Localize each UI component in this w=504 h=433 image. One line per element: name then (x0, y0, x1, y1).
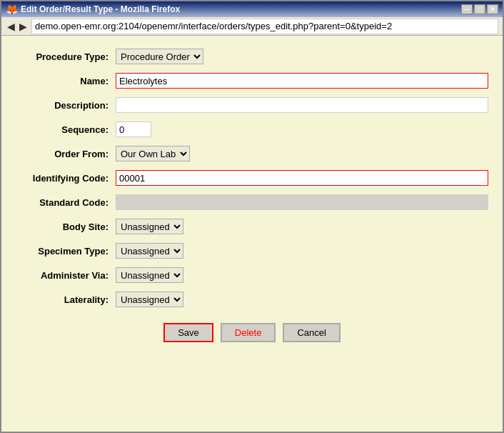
sequence-row: Sequence: (16, 120, 488, 139)
standard-code-row: Standard Code: (16, 193, 488, 211)
standard-code-input[interactable] (116, 194, 488, 210)
forward-button[interactable]: ▶ (18, 21, 29, 32)
description-control (116, 97, 488, 113)
body-site-control: Unassigned (116, 219, 488, 234)
address-field[interactable] (31, 19, 498, 34)
description-label: Description: (16, 100, 116, 111)
procedure-type-select[interactable]: Procedure Order Procedure Result Physica… (116, 49, 203, 64)
sequence-input[interactable] (116, 121, 151, 137)
specimen-type-row: Specimen Type: Unassigned (16, 242, 488, 260)
administer-via-label: Administer Via: (16, 270, 116, 281)
specimen-type-label: Specimen Type: (16, 246, 116, 257)
laterality-row: Laterality: Unassigned (16, 290, 488, 309)
back-button[interactable]: ◀ (6, 21, 16, 32)
identifying-code-input[interactable] (116, 170, 488, 186)
order-from-control: Our Own Lab External Lab (116, 146, 488, 161)
identifying-code-label: Identifying Code: (16, 173, 116, 184)
order-from-select[interactable]: Our Own Lab External Lab (116, 146, 190, 161)
procedure-type-row: Procedure Type: Procedure Order Procedur… (16, 47, 488, 66)
title-bar: 🦊 Edit Order/Result Type - Mozilla Firef… (1, 1, 503, 17)
sequence-label: Sequence: (16, 124, 116, 135)
standard-code-control (116, 194, 488, 210)
firefox-icon: 🦊 (6, 4, 18, 15)
description-input[interactable] (116, 97, 488, 113)
browser-window: 🦊 Edit Order/Result Type - Mozilla Firef… (0, 0, 504, 433)
title-buttons: — □ ✕ (461, 4, 498, 14)
laterality-select[interactable]: Unassigned (116, 292, 183, 307)
specimen-type-select[interactable]: Unassigned (116, 243, 183, 259)
standard-code-label: Standard Code: (16, 197, 116, 208)
sequence-control (116, 121, 488, 137)
button-row: Save Delete Cancel (16, 323, 488, 342)
name-input[interactable] (116, 73, 488, 89)
delete-button[interactable]: Delete (221, 323, 276, 342)
minimize-button[interactable]: — (461, 4, 473, 14)
address-bar: ◀ ▶ (1, 17, 503, 36)
name-row: Name: (16, 71, 488, 90)
page-content: Procedure Type: Procedure Order Procedur… (1, 36, 503, 432)
maximize-button[interactable]: □ (474, 4, 485, 14)
name-control (116, 73, 488, 89)
procedure-type-control: Procedure Order Procedure Result Physica… (116, 49, 488, 64)
procedure-type-label: Procedure Type: (16, 51, 116, 62)
administer-via-select[interactable]: Unassigned (116, 267, 183, 283)
administer-via-control: Unassigned (116, 267, 488, 283)
order-from-label: Order From: (16, 149, 116, 159)
specimen-type-control: Unassigned (116, 243, 488, 259)
body-site-row: Body Site: Unassigned (16, 217, 488, 236)
close-button[interactable]: ✕ (487, 4, 498, 14)
administer-via-row: Administer Via: Unassigned (16, 266, 488, 284)
name-label: Name: (16, 76, 116, 86)
identifying-code-row: Identifying Code: (16, 169, 488, 187)
body-site-select[interactable]: Unassigned (116, 219, 183, 234)
identifying-code-control (116, 170, 488, 186)
body-site-label: Body Site: (16, 222, 116, 232)
laterality-label: Laterality: (16, 294, 116, 305)
description-row: Description: (16, 96, 488, 114)
cancel-button[interactable]: Cancel (283, 323, 340, 342)
window-title: Edit Order/Result Type - Mozilla Firefox (21, 4, 180, 14)
save-button[interactable]: Save (163, 323, 213, 342)
order-from-row: Order From: Our Own Lab External Lab (16, 144, 488, 163)
laterality-control: Unassigned (116, 292, 488, 307)
